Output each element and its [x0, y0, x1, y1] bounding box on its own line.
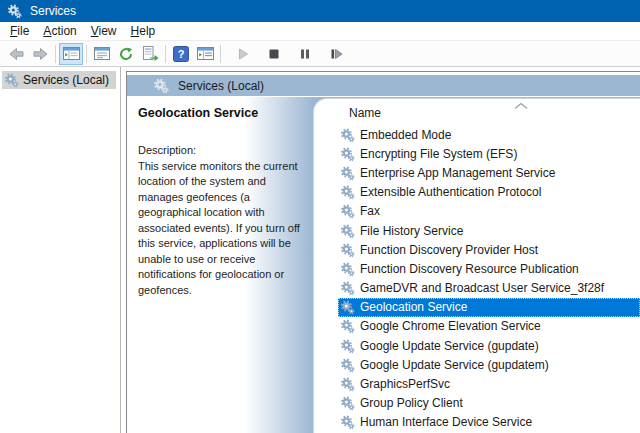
workspace: Services (Local) Services (Local) Geoloc… — [0, 67, 640, 433]
service-gear-icon — [340, 262, 355, 277]
service-row[interactable]: File History Service — [338, 221, 640, 240]
console-tree-pane: Services (Local) — [0, 67, 121, 433]
service-row[interactable]: Google Update Service (gupdate) — [338, 336, 640, 355]
titlebar[interactable]: Services — [0, 0, 640, 22]
service-row[interactable]: Enterprise App Management Service — [338, 163, 640, 182]
service-row[interactable]: Fax — [338, 202, 640, 221]
service-row[interactable]: Human Interface Device Service — [338, 413, 640, 432]
help-button[interactable]: ? — [169, 43, 193, 65]
extended-description-pane: Geolocation Service Description: This se… — [138, 106, 312, 298]
service-name: Geolocation Service — [360, 300, 467, 314]
service-gear-icon — [340, 319, 355, 334]
service-gear-icon — [340, 243, 355, 258]
service-name: Fax — [360, 204, 380, 218]
svg-text:?: ? — [178, 48, 185, 60]
services-rows: Embedded Mode Encrypting File System (EF… — [314, 125, 640, 433]
stop-service-button[interactable] — [262, 43, 286, 65]
forward-arrow-icon — [32, 46, 49, 62]
service-row[interactable]: Function Discovery Resource Publication — [338, 259, 640, 278]
sidebar-item-label: Services (Local) — [23, 73, 109, 87]
service-gear-icon — [340, 185, 355, 200]
menu-item-action[interactable]: Action — [36, 23, 83, 39]
menu-item-view[interactable]: View — [84, 23, 124, 39]
service-row[interactable]: GraphicsPerfSvc — [338, 374, 640, 393]
main-header: Services (Local) — [127, 75, 640, 96]
main-header-title: Services (Local) — [178, 79, 264, 93]
column-header-name[interactable]: Name — [349, 106, 381, 120]
services-app-icon — [7, 4, 22, 19]
service-name: File History Service — [360, 224, 463, 238]
services-gears-icon — [153, 78, 169, 94]
show-hide-console-tree-button[interactable] — [59, 43, 83, 65]
service-name: Google Chrome Elevation Service — [360, 319, 541, 333]
stop-service-icon — [267, 47, 281, 61]
toolbar-separator — [220, 45, 221, 63]
back-arrow-button[interactable] — [4, 43, 28, 65]
refresh-button[interactable] — [114, 43, 138, 65]
restart-service-button[interactable] — [324, 43, 348, 65]
properties-window-button[interactable] — [90, 43, 114, 65]
service-name: Google Update Service (gupdatem) — [360, 358, 549, 372]
sort-ascending-icon — [514, 102, 528, 110]
service-row[interactable]: Geolocation Service — [338, 298, 640, 317]
service-gear-icon — [340, 396, 355, 411]
service-name: Enterprise App Management Service — [360, 166, 555, 180]
service-gear-icon — [340, 377, 355, 392]
service-name: Function Discovery Resource Publication — [360, 262, 579, 276]
service-gear-icon — [340, 339, 355, 354]
export-list-button[interactable] — [138, 43, 162, 65]
help-icon: ? — [173, 46, 189, 62]
service-row[interactable]: Encrypting File System (EFS) — [338, 144, 640, 163]
forward-arrow-button[interactable] — [28, 43, 52, 65]
service-row[interactable]: Embedded Mode — [338, 125, 640, 144]
properties-window-icon — [94, 46, 110, 61]
window-title: Services — [30, 5, 76, 17]
service-name: Encrypting File System (EFS) — [360, 147, 517, 161]
services-gears-icon — [4, 73, 19, 88]
service-name: GameDVR and Broadcast User Service_3f28f — [360, 281, 604, 295]
service-gear-icon — [340, 358, 355, 373]
show-hide-console-tree-icon — [63, 46, 80, 61]
service-gear-icon — [340, 224, 355, 239]
services-list-panel: Name Embedded Mode Encrypting File Syste… — [313, 98, 640, 433]
service-row[interactable]: Function Discovery Provider Host — [338, 240, 640, 259]
menubar: FileActionViewHelp — [0, 22, 640, 41]
start-service-icon — [236, 47, 250, 61]
description-text: This service monitors the current locati… — [138, 159, 312, 299]
service-row[interactable]: Google Chrome Elevation Service — [338, 317, 640, 336]
service-gear-icon — [340, 300, 355, 315]
services-window: { "window": { "title": "Services", "app_… — [0, 0, 640, 433]
toolbar: ? — [0, 41, 640, 67]
service-gear-icon — [340, 415, 355, 430]
toolbar-separator — [165, 45, 166, 63]
service-gear-icon — [340, 204, 355, 219]
service-gear-icon — [340, 166, 355, 181]
service-row[interactable]: Group Policy Client — [338, 394, 640, 413]
service-name: Function Discovery Provider Host — [360, 243, 538, 257]
back-arrow-icon — [8, 46, 25, 62]
pause-service-icon — [298, 47, 312, 61]
service-gear-icon — [340, 147, 355, 162]
service-name: GraphicsPerfSvc — [360, 377, 450, 391]
start-service-button[interactable] — [231, 43, 255, 65]
description-label: Description: — [138, 143, 312, 159]
service-row[interactable]: Google Update Service (gupdatem) — [338, 355, 640, 374]
pause-service-button[interactable] — [293, 43, 317, 65]
restart-service-icon — [329, 47, 344, 61]
menu-item-help[interactable]: Help — [124, 23, 163, 39]
menu-item-file[interactable]: File — [3, 23, 36, 39]
service-description: Description: This service monitors the c… — [138, 143, 312, 298]
service-row[interactable]: Extensible Authentication Protocol — [338, 183, 640, 202]
sidebar-item-services-local[interactable]: Services (Local) — [2, 71, 116, 89]
service-name: Human Interface Device Service — [360, 415, 532, 429]
show-hide-action-pane-icon — [197, 46, 214, 61]
toolbar-separator — [55, 45, 56, 63]
service-name: Embedded Mode — [360, 128, 451, 142]
show-hide-action-pane-button[interactable] — [193, 43, 217, 65]
service-name: Extensible Authentication Protocol — [360, 185, 541, 199]
refresh-icon — [118, 46, 134, 62]
service-name: Group Policy Client — [360, 396, 463, 410]
service-row[interactable]: GameDVR and Broadcast User Service_3f28f — [338, 279, 640, 298]
service-gear-icon — [340, 281, 355, 296]
extended-view: Geolocation Service Description: This se… — [127, 97, 640, 433]
